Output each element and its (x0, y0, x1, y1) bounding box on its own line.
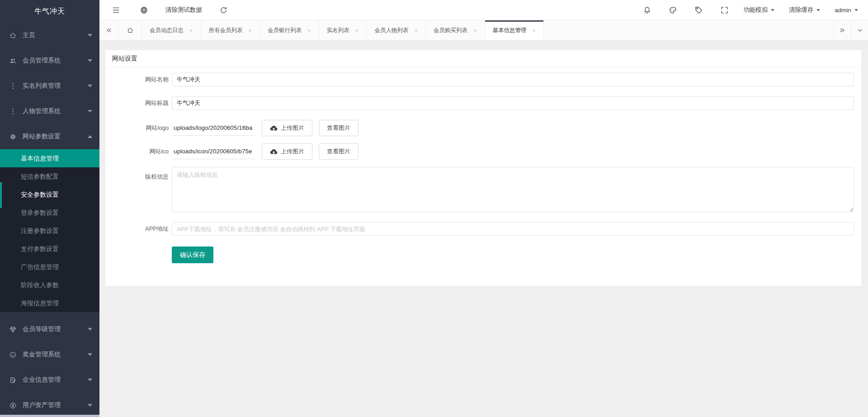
caret-down-icon (816, 9, 820, 11)
tabbar-filler (544, 20, 833, 40)
sidebar-subitem-basic-info[interactable]: 基本信息管理 (0, 149, 99, 167)
menu-fold-icon[interactable] (112, 6, 120, 14)
sidebar-subitem-ad-info[interactable]: 广告信息管理 (0, 258, 99, 276)
sidebar-submenu-site-params: 基本信息管理短信参数配置安全参数设置登录参数设置注册参数设置支付参数设置广告信息… (0, 149, 99, 312)
tab-basic-info-manage[interactable]: 基本信息管理× (485, 20, 544, 40)
form-row-app-url: APP地址 (105, 222, 861, 236)
tab-label: 会员银行列表 (268, 27, 302, 34)
sidebar-item-label: 人物管理系统 (23, 107, 88, 115)
app-url-input[interactable] (172, 222, 854, 236)
topbar-right: 功能模拟 清除缓存 admin (626, 6, 868, 14)
sidebar-item-company-info[interactable]: 企业信息管理 (0, 367, 99, 393)
close-icon[interactable]: × (533, 28, 536, 33)
sidebar-item-realname-manage[interactable]: 实名列表管理 (0, 73, 99, 99)
sidebar-item-bonus-system[interactable]: 奖金管理系统 (0, 342, 99, 367)
site-title-input[interactable] (172, 96, 854, 110)
copyright-textarea[interactable] (172, 167, 854, 212)
close-icon[interactable]: × (307, 28, 311, 33)
sidebar-subitem-security-params[interactable]: 安全参数设置 (0, 185, 99, 204)
app-url-label: APP地址 (105, 222, 169, 236)
globe-icon[interactable] (140, 6, 148, 14)
tabs-dropdown-button[interactable] (851, 20, 868, 40)
tab-label: 会员人物列表 (374, 27, 408, 34)
sidebar-item-home[interactable]: 主页 (0, 23, 99, 48)
users-icon (9, 57, 17, 65)
dots-icon (9, 108, 17, 115)
tab-home[interactable] (118, 20, 142, 40)
sidebar: 牛气冲天 主页会员管理系统实名列表管理人物管理系统网站参数设置基本信息管理短信参… (0, 0, 99, 417)
sidebar-scrollbar-thumb[interactable] (0, 182, 2, 208)
chevron-down-icon (88, 379, 92, 381)
sidebar-menu: 主页会员管理系统实名列表管理人物管理系统网站参数设置基本信息管理短信参数配置安全… (0, 23, 99, 417)
tab-label: 实名列表 (327, 27, 349, 34)
site-ico-path-input[interactable] (172, 144, 255, 159)
sidebar-subitem-sms-params[interactable]: 短信参数配置 (0, 167, 99, 185)
site-name-input[interactable] (172, 73, 854, 86)
sidebar-subitem-poster-info[interactable]: 海报信息管理 (0, 294, 99, 312)
tab-member-dynamic-log[interactable]: 会员动态日志× (142, 20, 201, 40)
sidebar-item-label: 奖金管理系统 (23, 351, 88, 359)
tab-all-member-list[interactable]: 所有会员列表× (201, 20, 260, 40)
sidebar-horizontal-scrollbar[interactable] (0, 415, 99, 417)
palette-icon[interactable] (669, 6, 677, 14)
sidebar-subitem-login-params[interactable]: 登录参数设置 (0, 204, 99, 222)
tab-member-bank-list[interactable]: 会员银行列表× (260, 20, 319, 40)
caret-down-icon (854, 9, 858, 11)
tabs-scroll-left-button[interactable] (99, 20, 118, 40)
main-content: 网站设置 网站名称 网站标题 网站logo (99, 41, 868, 417)
close-icon[interactable]: × (473, 28, 477, 33)
sidebar-item-label: 主页 (23, 31, 88, 39)
site-logo-path-input[interactable] (172, 120, 255, 136)
clear-test-data-button[interactable]: 清除测试数据 (165, 6, 202, 14)
tab-member-purchase-list[interactable]: 会员购买列表× (426, 20, 485, 40)
smile-icon (9, 351, 17, 359)
close-icon[interactable]: × (189, 28, 193, 33)
doc-pen-icon (9, 376, 17, 384)
close-icon[interactable]: × (249, 28, 252, 33)
chevron-up-icon (88, 135, 92, 138)
chevron-down-icon (88, 404, 92, 407)
upload-ico-button[interactable]: 上传图片 (262, 143, 312, 160)
view-logo-button[interactable]: 查看图片 (319, 120, 359, 136)
tab-realname-list[interactable]: 实名列表× (319, 20, 367, 40)
sidebar-item-site-params[interactable]: 网站参数设置 (0, 124, 99, 149)
refresh-icon[interactable] (219, 6, 228, 14)
sidebar-subitem-pay-params[interactable]: 支付参数设置 (0, 240, 99, 258)
close-icon[interactable]: × (355, 28, 359, 33)
sidebar-item-label: 实名列表管理 (23, 82, 88, 90)
topbar-left: 清除测试数据 (99, 6, 228, 14)
sidebar-item-member-level[interactable]: 会员等级管理 (0, 317, 99, 342)
save-button[interactable]: 确认保存 (172, 246, 213, 263)
caret-down-icon (771, 9, 774, 11)
tabs-scroll-right-button[interactable] (833, 20, 851, 40)
site-ico-label: 网站ico (105, 145, 169, 158)
copyright-label: 版权信息 (105, 167, 169, 212)
fullscreen-icon[interactable] (720, 6, 729, 14)
gear-icon (9, 133, 17, 141)
site-settings-form: 网站名称 网站标题 网站logo 上传图片 (105, 67, 861, 263)
view-ico-button[interactable]: 查看图片 (319, 143, 359, 160)
clear-cache-dropdown[interactable]: 清除缓存 (789, 6, 820, 14)
form-row-site-ico: 网站ico 上传图片 查看图片 (105, 143, 861, 160)
sidebar-subitem-stage-income[interactable]: 阶段收入参数 (0, 276, 99, 294)
admin-user-label: admin (835, 7, 851, 14)
form-row-site-title: 网站标题 (105, 96, 861, 110)
tab-member-person-list[interactable]: 会员人物列表× (367, 20, 426, 40)
sidebar-item-person-system[interactable]: 人物管理系统 (0, 99, 99, 124)
upload-logo-button[interactable]: 上传图片 (262, 120, 312, 136)
sidebar-item-user-assets[interactable]: 用户资产管理 (0, 393, 99, 417)
bell-icon[interactable] (643, 6, 651, 14)
sidebar-subitem-register-params[interactable]: 注册参数设置 (0, 222, 99, 240)
upload-ico-label: 上传图片 (281, 147, 304, 156)
function-sim-dropdown[interactable]: 功能模拟 (743, 6, 774, 14)
admin-user-dropdown[interactable]: admin (835, 7, 858, 14)
form-row-site-name: 网站名称 (105, 73, 861, 86)
sidebar-item-member-system[interactable]: 会员管理系统 (0, 48, 99, 73)
view-logo-label: 查看图片 (327, 124, 350, 132)
close-icon[interactable]: × (414, 28, 418, 33)
sidebar-item-label: 网站参数设置 (23, 133, 88, 141)
tag-icon[interactable] (694, 6, 703, 14)
clear-cache-label: 清除缓存 (789, 6, 813, 14)
cloud-upload-icon (270, 124, 278, 132)
tab-label: 会员购买列表 (434, 27, 467, 34)
